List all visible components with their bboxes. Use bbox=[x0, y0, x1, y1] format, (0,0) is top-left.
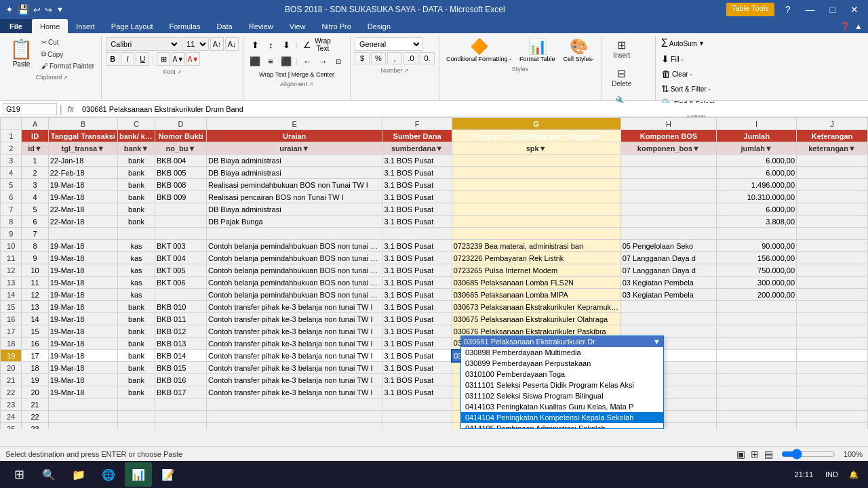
cell[interactable] bbox=[155, 423, 206, 430]
formula-input[interactable] bbox=[79, 103, 865, 115]
cell[interactable]: 200.000,00 bbox=[717, 289, 797, 301]
cell[interactable]: 22-Mar-18 bbox=[48, 216, 117, 228]
cell-B2[interactable]: tgl_transa▼ bbox=[48, 142, 117, 155]
cell[interactable]: 19-Mar-18 bbox=[48, 313, 117, 325]
cell[interactable] bbox=[797, 386, 868, 399]
cell[interactable]: 3.1 BOS Pusat bbox=[382, 362, 452, 374]
cell[interactable]: bank bbox=[117, 191, 155, 203]
cell[interactable]: 19-Mar-18 bbox=[48, 264, 117, 277]
tab-page-layout[interactable]: Page Layout bbox=[103, 19, 161, 33]
cell[interactable]: 19-Mar-18 bbox=[48, 191, 117, 203]
cell[interactable] bbox=[452, 203, 620, 216]
cell[interactable]: BKT 003 bbox=[155, 240, 206, 252]
cell[interactable] bbox=[797, 191, 868, 203]
cell[interactable]: 3.1 BOS Pusat bbox=[382, 252, 452, 264]
close-button[interactable]: ✕ bbox=[846, 3, 863, 16]
cell[interactable]: 0723239 Bea materai, administrasi ban bbox=[452, 240, 620, 252]
cell-I1[interactable]: Jumlah bbox=[717, 130, 797, 142]
cell-F1[interactable]: Sumber Dana bbox=[382, 130, 452, 142]
cell[interactable]: 156.000,00 bbox=[717, 252, 797, 264]
cell[interactable]: Contoh transfer pihak ke-3 belanja non t… bbox=[206, 386, 382, 399]
cell[interactable]: kas bbox=[117, 252, 155, 264]
bold-button[interactable]: B bbox=[106, 52, 119, 66]
cell[interactable]: bank bbox=[117, 179, 155, 191]
cell[interactable]: 22-Feb-18 bbox=[48, 167, 117, 179]
col-header-D[interactable]: D bbox=[155, 118, 206, 130]
col-header-I[interactable]: I bbox=[717, 118, 797, 130]
cell[interactable]: BKB 011 bbox=[155, 313, 206, 325]
cell[interactable]: 6.000,00 bbox=[717, 155, 797, 167]
cell[interactable]: 3.1 BOS Pusat bbox=[382, 264, 452, 277]
align-left-btn[interactable]: ⬛ bbox=[248, 54, 262, 68]
align-right-btn[interactable]: ⬛ bbox=[279, 54, 294, 68]
cell[interactable] bbox=[48, 411, 117, 423]
cell[interactable]: 3.1 BOS Pusat bbox=[382, 289, 452, 301]
decrease-decimal-btn[interactable]: 0. bbox=[420, 52, 435, 64]
col-header-C[interactable]: C bbox=[117, 118, 155, 130]
tab-file[interactable]: File bbox=[0, 19, 32, 33]
cell[interactable]: bank bbox=[117, 167, 155, 179]
align-bottom-btn[interactable]: ⬇ bbox=[279, 37, 294, 52]
tab-design[interactable]: Design bbox=[359, 19, 399, 33]
cell[interactable]: BKB 009 bbox=[155, 191, 206, 203]
cell[interactable]: BKB 004 bbox=[155, 155, 206, 167]
cell[interactable] bbox=[620, 301, 717, 313]
cell[interactable]: 19-Mar-18 bbox=[48, 277, 117, 289]
cell-A1[interactable]: ID bbox=[22, 130, 48, 142]
cell[interactable]: Contoh transfer pihak ke-3 belanja non t… bbox=[206, 325, 382, 338]
cell[interactable] bbox=[797, 301, 868, 313]
cell[interactable]: bank bbox=[117, 362, 155, 374]
cell[interactable]: 3.1 BOS Pusat bbox=[382, 338, 452, 350]
col-header-F[interactable]: F bbox=[382, 118, 452, 130]
cell[interactable] bbox=[206, 399, 382, 411]
cell-H1[interactable]: Komponen BOS bbox=[620, 130, 717, 142]
quick-undo[interactable]: ↩ bbox=[33, 5, 41, 15]
cell[interactable] bbox=[382, 399, 452, 411]
cell-D2[interactable]: no_bu▼ bbox=[155, 142, 206, 155]
cell[interactable]: BKB 014 bbox=[155, 350, 206, 362]
font-color-btn[interactable]: A▼ bbox=[186, 52, 200, 66]
cell[interactable]: 15 bbox=[22, 325, 48, 338]
cell[interactable]: 19-Mar-18 bbox=[48, 289, 117, 301]
cell[interactable]: BKT 005 bbox=[155, 264, 206, 277]
cell[interactable]: 5 bbox=[22, 203, 48, 216]
cell[interactable]: 19-Mar-18 bbox=[48, 240, 117, 252]
cell[interactable] bbox=[620, 167, 717, 179]
align-center-btn[interactable]: ≡ bbox=[263, 54, 278, 68]
cell[interactable]: 1 bbox=[22, 155, 48, 167]
dropdown-item[interactable]: 0414103 Peningkatan Kualitas Guru Kelas,… bbox=[461, 401, 663, 412]
cell[interactable]: Realisasi pemindahbukuan BOS non Tunai T… bbox=[206, 179, 382, 191]
cell-A2[interactable]: id▼ bbox=[22, 142, 48, 155]
cell-C1[interactable]: bank/ kas bbox=[117, 130, 155, 142]
col-header-J[interactable]: J bbox=[797, 118, 868, 130]
cell[interactable] bbox=[155, 228, 206, 240]
cell[interactable] bbox=[155, 411, 206, 423]
cell[interactable] bbox=[206, 228, 382, 240]
cell[interactable]: bank bbox=[117, 386, 155, 399]
cell[interactable]: BKB 016 bbox=[155, 374, 206, 386]
cell[interactable] bbox=[620, 228, 717, 240]
cell[interactable] bbox=[382, 411, 452, 423]
quick-redo[interactable]: ↪ bbox=[45, 5, 52, 15]
cell[interactable]: bank bbox=[117, 313, 155, 325]
cell[interactable]: DB Pajak Bunga bbox=[206, 216, 382, 228]
cell[interactable] bbox=[206, 423, 382, 430]
italic-button[interactable]: I bbox=[121, 52, 134, 66]
cell-E1[interactable]: Uraian bbox=[206, 130, 382, 142]
cell-D1[interactable]: Nomor Bukti bbox=[155, 130, 206, 142]
cell[interactable] bbox=[452, 155, 620, 167]
cell-B1[interactable]: Tanggal Transaksi bbox=[48, 130, 117, 142]
cell[interactable]: 17 bbox=[22, 350, 48, 362]
cell[interactable]: 21 bbox=[22, 399, 48, 411]
cell[interactable]: BKB 005 bbox=[155, 167, 206, 179]
cell[interactable]: 14 bbox=[22, 313, 48, 325]
cell[interactable] bbox=[717, 313, 797, 325]
cell[interactable]: 07 Langganan Daya d bbox=[620, 252, 717, 264]
cell[interactable] bbox=[797, 167, 868, 179]
cell[interactable] bbox=[620, 216, 717, 228]
cell[interactable] bbox=[797, 277, 868, 289]
cell[interactable]: BKB 017 bbox=[155, 386, 206, 399]
font-size-select[interactable]: 11 bbox=[182, 37, 209, 51]
cell[interactable] bbox=[620, 313, 717, 325]
dropdown-item[interactable]: 0311102 Seleksi Siswa Program Bilingual bbox=[461, 390, 663, 401]
